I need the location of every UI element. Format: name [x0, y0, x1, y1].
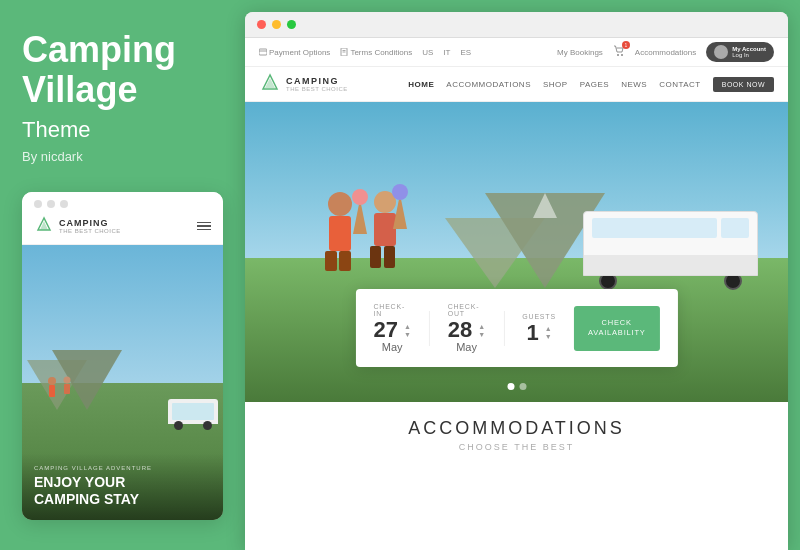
logo-icon: [259, 73, 281, 95]
site-logo: CAMPING THE BEST CHOICE: [259, 73, 348, 95]
mobile-logo-icon: [34, 216, 54, 236]
svg-rect-25: [374, 213, 396, 246]
site-navbar: CAMPING THE BEST CHOICE HOME ACCOMMODATI…: [245, 67, 788, 102]
mobile-logo: CAMPING THE BEST CHOICE: [34, 216, 121, 236]
check-availability-button[interactable]: CHECK AVAILABILITY: [574, 306, 660, 351]
site-hero: CHECK-IN 27 ▲ ▼ May CHECK-OUT 28: [245, 102, 788, 402]
hamburger-menu[interactable]: [197, 222, 211, 231]
browser-chrome: [245, 12, 788, 38]
terms-conditions-link[interactable]: Terms Conditions: [340, 48, 412, 57]
browser-close-dot[interactable]: [257, 20, 266, 29]
nav-shop[interactable]: SHOP: [543, 80, 568, 89]
guests-field: GUESTS 1 ▲ ▼: [522, 313, 556, 344]
payment-icon: [259, 48, 267, 56]
svg-rect-21: [329, 216, 351, 251]
lang-us[interactable]: US: [422, 48, 433, 57]
hero-dot-1[interactable]: [507, 383, 514, 390]
mobile-card-header: [22, 192, 223, 208]
dot-yellow: [47, 200, 55, 208]
svg-rect-22: [325, 251, 337, 271]
topbar-right: My Bookings 1 Accommodations My Account …: [557, 42, 774, 62]
svg-rect-8: [259, 49, 267, 55]
browser-content: Payment Options Terms Conditions US IT E…: [245, 38, 788, 550]
mobile-preview-card: CAMPING THE BEST CHOICE: [22, 192, 223, 520]
dot-green: [60, 200, 68, 208]
browser-maximize-dot[interactable]: [287, 20, 296, 29]
book-now-button[interactable]: BOOK NOW: [713, 77, 774, 92]
theme-subtitle: Theme: [22, 117, 223, 143]
theme-title: Camping Village: [22, 30, 223, 109]
my-account-button[interactable]: My Account Log In: [706, 42, 774, 62]
svg-point-4: [48, 377, 56, 385]
hero-mountain-icon: [445, 188, 605, 288]
checkin-arrows[interactable]: ▲ ▼: [404, 323, 411, 338]
avatar: [714, 45, 728, 59]
lang-es[interactable]: ES: [460, 48, 471, 57]
site-topbar: Payment Options Terms Conditions US IT E…: [245, 38, 788, 67]
hero-children: [305, 184, 435, 288]
svg-point-31: [392, 184, 408, 200]
cart-icon-area[interactable]: 1: [613, 45, 625, 59]
accommodations-title: ACCOMMODATIONS: [245, 418, 788, 439]
nav-contact[interactable]: CONTACT: [659, 80, 701, 89]
mobile-hero-title: ENJOY YOUR CAMPING STAY: [34, 474, 211, 508]
nav-pages[interactable]: PAGES: [580, 80, 609, 89]
mobile-hero: CAMPING VILLAGE ADVENTURE ENJOY YOUR CAM…: [22, 245, 223, 520]
hero-slider-dots: [507, 383, 526, 390]
mobile-logo-text: CAMPING THE BEST CHOICE: [59, 218, 121, 234]
svg-rect-7: [64, 384, 70, 394]
logo-text: CAMPING THE BEST CHOICE: [286, 76, 348, 92]
svg-rect-27: [384, 246, 395, 268]
nav-links: HOME ACCOMMODATIONS SHOP PAGES NEWS CONT…: [408, 77, 774, 92]
mobile-navbar: CAMPING THE BEST CHOICE: [22, 208, 223, 245]
left-panel: Camping Village Theme By nicdark CAMPING…: [0, 0, 245, 550]
hero-rv: [583, 211, 758, 291]
browser-minimize-dot[interactable]: [272, 20, 281, 29]
cart-badge: 1: [622, 41, 630, 49]
theme-author: By nicdark: [22, 149, 223, 164]
checkout-field: CHECK-OUT 28 ▲ ▼ May: [448, 303, 486, 353]
accommodations-topbar-link[interactable]: Accommodations: [635, 48, 696, 57]
svg-point-29: [352, 189, 368, 205]
accommodations-section: ACCOMMODATIONS CHOOSE THE BEST: [245, 402, 788, 460]
svg-point-14: [621, 54, 623, 56]
svg-point-20: [328, 192, 352, 216]
svg-rect-23: [339, 251, 351, 271]
payment-options-link[interactable]: Payment Options: [259, 48, 330, 57]
dot-red: [34, 200, 42, 208]
divider-2: [504, 311, 505, 346]
booking-widget: CHECK-IN 27 ▲ ▼ May CHECK-OUT 28: [355, 289, 677, 367]
lang-it[interactable]: IT: [443, 48, 450, 57]
nav-news[interactable]: NEWS: [621, 80, 647, 89]
browser-mockup: Payment Options Terms Conditions US IT E…: [245, 12, 788, 550]
topbar-left: Payment Options Terms Conditions US IT E…: [259, 48, 471, 57]
nav-accommodations[interactable]: ACCOMMODATIONS: [446, 80, 531, 89]
mobile-people: [42, 376, 82, 410]
guests-arrows[interactable]: ▲ ▼: [545, 325, 552, 340]
mobile-rv: [168, 399, 218, 424]
checkout-arrows[interactable]: ▲ ▼: [478, 323, 485, 338]
checkin-field: CHECK-IN 27 ▲ ▼ May: [373, 303, 410, 353]
svg-rect-5: [49, 385, 55, 397]
divider-1: [429, 311, 430, 346]
accommodations-subtitle: CHOOSE THE BEST: [245, 442, 788, 452]
mobile-hero-overlay: CAMPING VILLAGE ADVENTURE ENJOY YOUR CAM…: [22, 453, 223, 520]
nav-home[interactable]: HOME: [408, 80, 434, 89]
svg-point-13: [617, 54, 619, 56]
svg-rect-26: [370, 246, 381, 268]
svg-point-6: [64, 377, 71, 384]
my-bookings-link[interactable]: My Bookings: [557, 48, 603, 57]
hero-dot-2[interactable]: [519, 383, 526, 390]
terms-icon: [340, 48, 348, 56]
